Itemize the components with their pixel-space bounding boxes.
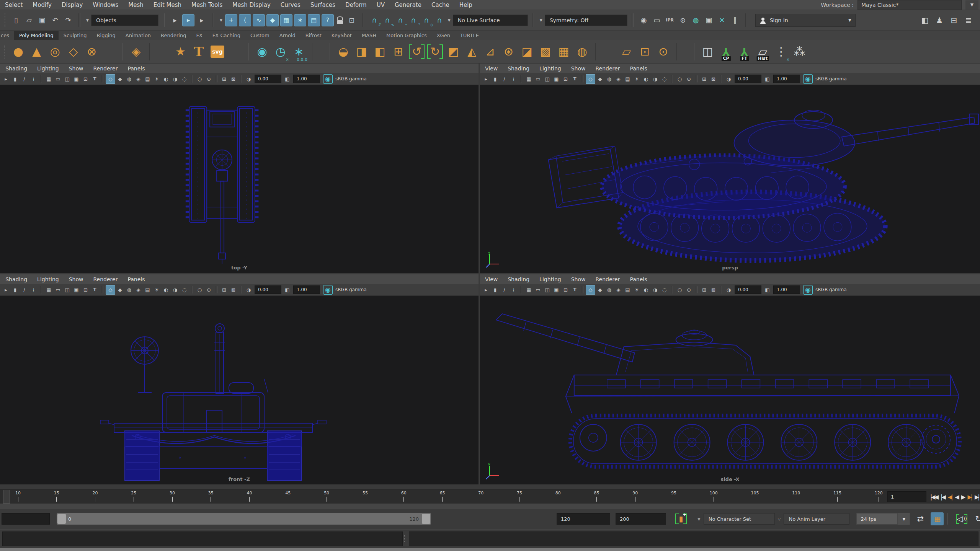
divider[interactable] <box>240 75 242 83</box>
attribute-editor-icon[interactable]: ⊟ <box>948 14 960 26</box>
boolean-difference-icon[interactable]: ◧ <box>371 43 389 60</box>
panel-menu-item[interactable]: Show <box>566 276 591 282</box>
smooth-shade-icon[interactable]: ◆ <box>116 285 124 294</box>
character-controls-icon[interactable]: ♟ <box>933 14 946 26</box>
lock-selection-icon[interactable] <box>335 14 345 26</box>
mask-misc-icon[interactable]: ? <box>322 14 334 26</box>
smooth-shade-icon[interactable]: ◆ <box>116 75 124 83</box>
panel-menu-item[interactable]: Panels <box>625 276 652 282</box>
go-to-start-button[interactable]: |◀◀ <box>929 494 939 500</box>
chevron-down-icon[interactable]: ▼ <box>220 18 222 22</box>
divider[interactable] <box>720 286 722 293</box>
film-gate-icon[interactable]: ▭ <box>54 75 62 83</box>
render-current-frame-icon[interactable]: ▭ <box>651 14 663 26</box>
loop-playback-icon[interactable]: ⇄ <box>914 512 927 525</box>
audio-icon[interactable]: ◁)) <box>955 512 968 525</box>
symmetry-field[interactable]: Symmetry: Off <box>545 15 627 26</box>
menu-item[interactable]: Curves <box>276 0 305 10</box>
color-management-toggle[interactable]: ◉ <box>803 285 813 295</box>
step-back-frame-button[interactable]: |◀ <box>939 494 946 500</box>
multi-component-icon[interactable]: ◫ <box>699 43 716 60</box>
sweep-profile-icon[interactable]: ◒ <box>335 43 352 60</box>
panel-menu-item[interactable]: Renderer <box>88 276 122 282</box>
panel-menu-item[interactable]: View <box>480 65 503 72</box>
import-snapshot-icon[interactable]: ⊠ <box>229 75 238 83</box>
tank-wireframe-top-view[interactable] <box>0 85 479 273</box>
motion-blur-icon[interactable]: ◌ <box>660 285 669 294</box>
step-forward-key-button[interactable]: ▶| <box>966 494 973 500</box>
make-live-icon[interactable]: ∩ <box>433 14 446 26</box>
chevron-down-icon[interactable]: ▼ <box>965 0 978 10</box>
time-slider[interactable]: 1015202530354045505560657075808590951001… <box>0 489 980 504</box>
channel-box-icon[interactable]: ≣ <box>962 14 975 26</box>
menu-item[interactable]: Display <box>57 0 88 10</box>
color-management-toggle[interactable]: ◉ <box>803 74 813 84</box>
camera-attributes-icon[interactable]: ∕ <box>20 285 29 294</box>
xray-icon[interactable]: ○ <box>675 75 684 83</box>
redo-icon[interactable]: ↷ <box>62 14 74 26</box>
go-to-end-button[interactable]: ▶| <box>973 494 980 500</box>
wireframe-icon[interactable]: ◇ <box>106 74 115 84</box>
panel-menu-item[interactable]: Show <box>566 65 591 72</box>
platonic-solid-icon[interactable]: ◈ <box>127 43 145 60</box>
grid-icon[interactable]: ▦ <box>44 75 53 83</box>
menu-item[interactable]: UV <box>372 0 390 10</box>
set-key-button[interactable]: ▮+ <box>675 512 688 526</box>
modeling-toolkit-icon[interactable]: ◧ <box>919 14 931 26</box>
smooth-shade-icon[interactable]: ◆ <box>596 75 604 83</box>
select-by-component-icon[interactable]: ▸ <box>196 14 208 26</box>
divider[interactable] <box>720 75 722 83</box>
snapshot-icon[interactable]: ⊞ <box>700 285 709 294</box>
shelf-tab[interactable]: Rigging <box>92 31 121 40</box>
grease-pencil-icon[interactable]: ≀ <box>509 285 518 294</box>
gamma-field[interactable]: 1.00 <box>293 75 320 83</box>
bookmark-icon[interactable]: ▮ <box>491 285 500 294</box>
divider[interactable] <box>581 286 583 293</box>
poly-disc-icon[interactable]: ⊗ <box>83 43 100 60</box>
snap-to-grid-icon[interactable]: ∩# <box>368 14 381 26</box>
shelf-tab[interactable]: KeyShot <box>327 31 357 40</box>
time-slider-ticks[interactable]: 1015202530354045505560657075808590951001… <box>0 489 883 504</box>
extrude-icon[interactable]: ⊿ <box>482 43 499 60</box>
image-plane-icon[interactable]: T <box>570 75 579 83</box>
import-snapshot-icon[interactable]: ⊠ <box>709 75 718 83</box>
wireframe-icon[interactable]: ◇ <box>586 285 595 295</box>
range-end-handle[interactable] <box>422 514 430 524</box>
mask-deformations-icon[interactable]: ▦ <box>280 14 292 26</box>
paint-effects-icon[interactable]: ⁂ <box>791 43 808 60</box>
divider[interactable] <box>40 75 42 83</box>
divider[interactable] <box>671 75 673 83</box>
tank-wireframe-side-view[interactable] <box>480 296 980 484</box>
curve-pen-icon[interactable]: ▱ <box>618 43 635 60</box>
xray-icon[interactable]: ○ <box>195 75 204 83</box>
shelf-tab[interactable]: Arnold <box>274 31 301 40</box>
edit-points-icon[interactable]: ⊡ <box>636 43 653 60</box>
delete-non-deformer-history-icon[interactable]: ⋮× <box>773 43 790 60</box>
gate-mask-icon[interactable]: ▣ <box>552 285 561 294</box>
isolate-select-icon[interactable]: ⊙ <box>204 285 213 294</box>
panel-menu-item[interactable]: Shading <box>0 276 32 282</box>
mask-dynamics-icon[interactable]: ∗ <box>294 14 306 26</box>
type-tool-icon[interactable]: T <box>190 43 207 60</box>
sign-in-dropdown[interactable]: Sign In ▼ <box>755 14 856 27</box>
quad-draw-icon[interactable]: ⊙ <box>655 43 672 60</box>
wireframe-icon[interactable]: ◇ <box>586 74 595 84</box>
gate-mask-icon[interactable]: ▣ <box>552 75 561 83</box>
divider[interactable] <box>216 286 217 293</box>
field-chart-icon[interactable]: ⊡ <box>81 285 90 294</box>
workspace-select[interactable]: Maya Classic* <box>858 0 962 10</box>
divider[interactable] <box>520 286 522 293</box>
select-camera-icon[interactable]: ▸ <box>2 75 10 83</box>
image-plane-icon[interactable]: T <box>90 75 99 83</box>
current-frame-field[interactable]: 1 <box>887 491 926 502</box>
bevel-icon[interactable]: ◩ <box>445 43 462 60</box>
isolate-select-icon[interactable]: ⊙ <box>684 75 693 83</box>
exposure-icon[interactable]: ◑ <box>724 285 733 294</box>
lattice-icon[interactable]: ▦ <box>555 43 572 60</box>
separate-icon[interactable]: ↺ <box>408 43 425 60</box>
panel-menu-item[interactable]: Renderer <box>88 65 122 72</box>
xray-icon[interactable]: ○ <box>675 285 684 294</box>
tank-wireframe-front-view[interactable] <box>0 296 479 484</box>
motion-blur-icon[interactable]: ◌ <box>660 75 669 83</box>
exposure-field[interactable]: 0.00 <box>255 75 281 83</box>
